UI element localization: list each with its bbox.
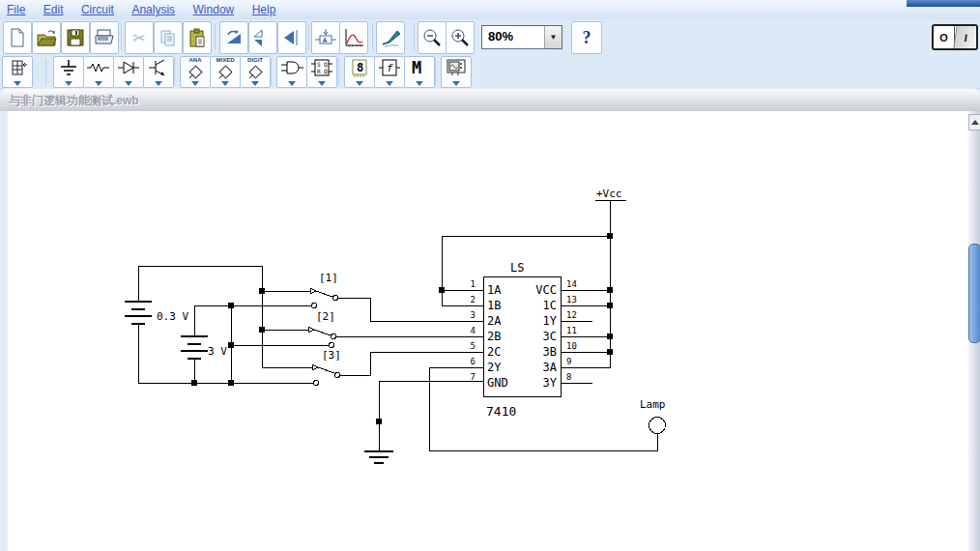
- misc-m-icon: M: [409, 58, 430, 77]
- ewb-application-window: File Edit Circuit Analysis Window Help ✂: [0, 0, 980, 551]
- switch-1[interactable]: [310, 288, 338, 308]
- function-box-icon: f: [378, 58, 401, 77]
- favorites-bin-button[interactable]: [2, 56, 33, 88]
- save-button[interactable]: [61, 21, 90, 54]
- analysis-graph-button[interactable]: [339, 21, 368, 54]
- menu-edit[interactable]: Edit: [43, 3, 64, 16]
- menu-circuit[interactable]: Circuit: [81, 3, 114, 16]
- wire-gnd[interactable]: [379, 381, 483, 451]
- svg-text:2A: 2A: [487, 314, 502, 328]
- rotate-button[interactable]: [219, 21, 248, 54]
- zoom-level-combobox[interactable]: 80% ▼: [481, 25, 562, 49]
- menu-window[interactable]: Window: [193, 3, 235, 16]
- zoom-out-icon: [421, 27, 443, 48]
- help-button[interactable]: ?: [571, 21, 602, 54]
- svg-text:Q: Q: [324, 61, 328, 68]
- svg-text:M: M: [412, 58, 421, 77]
- window-left-border: [0, 111, 8, 551]
- svg-text:6: 6: [471, 357, 476, 366]
- mixed-bin-label: MIXED: [216, 57, 234, 64]
- switch-3[interactable]: [312, 364, 340, 386]
- power-switch[interactable]: O I: [932, 24, 978, 50]
- dropdown-arrow-icon: [318, 81, 326, 86]
- switch-2[interactable]: [308, 327, 336, 348]
- scroll-up-button[interactable]: [968, 114, 980, 130]
- cut-button[interactable]: ✂: [125, 21, 154, 54]
- paste-button[interactable]: [183, 21, 212, 54]
- parts-bin-toolbar: ANA MIXED DIGIT S Q R Q: [0, 55, 980, 89]
- properties-pencil-icon: [379, 27, 402, 48]
- transistor-icon: [147, 58, 170, 77]
- svg-text:10: 10: [566, 341, 577, 351]
- ic-diamond-icon: [246, 64, 264, 80]
- diode-icon: [116, 58, 141, 77]
- dropdown-arrow-icon: [356, 81, 363, 86]
- scissors-icon: ✂: [132, 29, 145, 47]
- zoom-in-button[interactable]: [446, 21, 475, 54]
- wire-pin2-loop[interactable]: [442, 236, 483, 305]
- power-on-label: I: [953, 26, 977, 48]
- miscellaneous-bin-button[interactable]: M: [404, 56, 435, 88]
- ground-symbol[interactable]: [364, 451, 393, 463]
- printer-icon: [93, 27, 116, 48]
- component-properties-button[interactable]: [376, 21, 405, 54]
- analog-bin-label: ANA: [189, 57, 202, 64]
- zoom-out-button[interactable]: [418, 21, 447, 54]
- dropdown-arrow-icon: [221, 81, 229, 86]
- print-button[interactable]: [90, 21, 119, 54]
- logic-gates-bin-button[interactable]: [276, 56, 307, 88]
- analog-ics-bin-button[interactable]: ANA: [180, 56, 211, 88]
- power-off-label: O: [934, 26, 955, 48]
- battery-0v3[interactable]: [125, 266, 152, 383]
- menu-help[interactable]: Help: [252, 3, 276, 16]
- digital-parts-bin-button[interactable]: S Q R Q: [306, 56, 337, 88]
- toolbar-separator: [271, 58, 272, 85]
- dropdown-arrow-icon: [155, 81, 162, 86]
- dropdown-arrow-icon: [251, 81, 259, 86]
- basic-bin-button[interactable]: [83, 56, 114, 88]
- mixed-ics-bin-button[interactable]: MIXED: [210, 56, 241, 88]
- svg-text:GND: GND: [487, 376, 508, 390]
- create-subcircuit-button[interactable]: A: [311, 21, 340, 54]
- copy-button[interactable]: [154, 21, 183, 54]
- document-titlebar[interactable]: 与非门逻辑功能测试.ewb: [0, 88, 980, 112]
- svg-text:4: 4: [471, 326, 476, 335]
- svg-text:2: 2: [471, 295, 476, 304]
- arrow-up-icon: [971, 120, 979, 125]
- sources-bin-button[interactable]: [53, 56, 84, 88]
- digital-ics-bin-button[interactable]: DIGIT: [240, 56, 271, 88]
- dropdown-arrow-icon: [65, 81, 72, 86]
- schematic-canvas[interactable]: +Vcc 0.3 V 3 V [1] [2] [3] Lamp LS 7410 …: [8, 111, 968, 551]
- instruments-bin-button[interactable]: [441, 56, 472, 88]
- paste-clipboard-icon: [187, 28, 207, 48]
- menu-file[interactable]: File: [7, 3, 25, 16]
- copy-icon: [159, 28, 178, 47]
- zoom-dropdown-button[interactable]: ▼: [544, 26, 562, 48]
- flip-vertical-button[interactable]: [248, 21, 277, 54]
- scrollbar-thumb[interactable]: [968, 244, 980, 343]
- svg-text:3C: 3C: [543, 330, 557, 343]
- indicators-bin-button[interactable]: 8: [344, 56, 375, 88]
- switch1-label: [1]: [319, 272, 338, 284]
- wire-switch1-out[interactable]: [338, 298, 483, 321]
- open-button[interactable]: [32, 21, 61, 54]
- menu-analysis[interactable]: Analysis: [131, 3, 175, 16]
- svg-text:1: 1: [471, 279, 476, 289]
- wire-switch3-out[interactable]: [340, 352, 483, 375]
- ground-source-icon: [57, 58, 80, 77]
- digital-bin-label: DIGIT: [247, 57, 263, 64]
- save-floppy-icon: [66, 28, 85, 47]
- new-button[interactable]: [3, 21, 32, 54]
- flip-horizontal-button[interactable]: [277, 21, 306, 54]
- dropdown-arrow-icon: [386, 81, 393, 86]
- diodes-bin-button[interactable]: [113, 56, 144, 88]
- controls-bin-button[interactable]: f: [374, 56, 405, 88]
- zoom-in-icon: [449, 27, 471, 48]
- transistors-bin-button[interactable]: [143, 56, 174, 88]
- dropdown-arrow-icon: [125, 81, 132, 86]
- vertical-scrollbar[interactable]: [968, 111, 980, 551]
- lamp-indicator[interactable]: [649, 418, 666, 434]
- subcircuit-icon: A: [314, 27, 337, 48]
- open-folder-icon: [36, 27, 57, 48]
- dropdown-arrow-icon: [95, 81, 102, 86]
